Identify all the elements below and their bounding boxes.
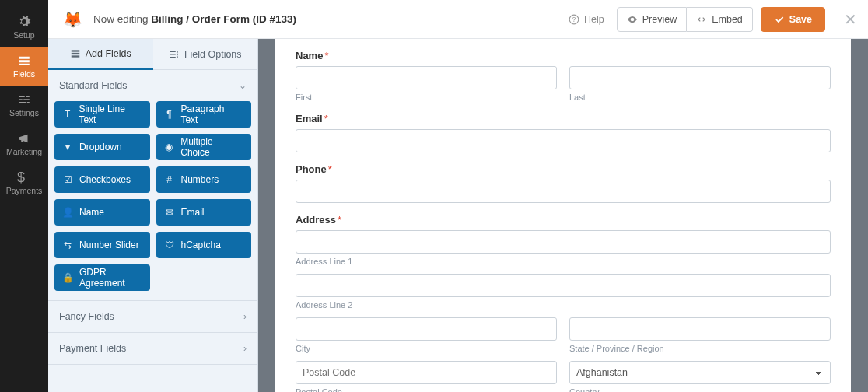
embed-button[interactable]: Embed [687, 7, 753, 32]
name-first-input[interactable] [296, 66, 557, 89]
chevron-right-icon: › [243, 311, 247, 322]
preview-button[interactable]: Preview [617, 7, 687, 32]
address-city-input[interactable] [296, 317, 557, 341]
radio-icon: ◉ [164, 142, 175, 152]
panel-tabs: Add Fields Field Options [48, 39, 257, 70]
form-canvas: Name* First Last [275, 39, 851, 392]
address-country-select[interactable]: Afghanistan [569, 361, 831, 384]
svg-rect-7 [71, 55, 79, 57]
sliders-icon [17, 93, 31, 107]
address-state-sublabel: State / Province / Region [569, 344, 831, 353]
address-postal-sublabel: Postal Code [296, 387, 557, 392]
svg-rect-1 [19, 60, 30, 62]
form-field-address[interactable]: Address* Address Line 1 Address Line 2 [296, 214, 831, 392]
add-fields-icon [70, 48, 81, 59]
address-line1-sublabel: Address Line 1 [296, 257, 831, 266]
field-checkboxes[interactable]: ☑Checkboxes [54, 166, 150, 193]
options-icon [169, 49, 180, 60]
nav-marketing[interactable]: Marketing [0, 124, 48, 163]
field-number-slider[interactable]: ⇆Number Slider [54, 232, 150, 258]
nav-setup[interactable]: Setup [0, 8, 48, 47]
hash-icon: # [164, 174, 175, 185]
person-icon: 👤 [62, 207, 73, 218]
name-last-sublabel: Last [569, 93, 831, 102]
eye-icon [627, 14, 638, 25]
svg-rect-5 [71, 50, 79, 51]
address-label: Address* [296, 214, 831, 226]
left-nav: Setup Fields Settings Marketing $ Paymen… [0, 0, 48, 392]
field-single-line-text[interactable]: TSingle Line Text [54, 101, 150, 128]
topbar: 🦊 Now editing Billing / Order Form (ID #… [48, 0, 868, 39]
shield-icon: 🛡 [164, 240, 175, 250]
close-button[interactable]: ✕ [844, 10, 857, 29]
field-dropdown[interactable]: ▾Dropdown [54, 134, 150, 160]
form-field-phone[interactable]: Phone* [296, 163, 831, 203]
field-multiple-choice[interactable]: ◉Multiple Choice [156, 134, 252, 160]
help-link[interactable]: ? Help [569, 14, 604, 25]
name-label: Name* [296, 50, 831, 61]
name-last-input[interactable] [569, 66, 831, 89]
nav-setup-label: Setup [13, 30, 34, 40]
text-icon: T [62, 109, 72, 120]
address-line2-input[interactable] [296, 274, 831, 297]
app-logo: 🦊 [59, 6, 86, 33]
nav-settings-label: Settings [9, 108, 39, 117]
checkbox-icon: ☑ [62, 174, 73, 185]
nav-fields[interactable]: Fields [0, 47, 48, 86]
address-city-sublabel: City [296, 344, 557, 353]
field-name[interactable]: 👤Name [54, 199, 150, 226]
required-mark: * [328, 163, 332, 175]
field-numbers[interactable]: #Numbers [156, 166, 252, 193]
section-fancy-fields[interactable]: Fancy Fields › [48, 301, 257, 332]
address-postal-input[interactable] [296, 361, 557, 384]
address-state-input[interactable] [569, 317, 831, 341]
email-label: Email* [296, 113, 831, 124]
save-button[interactable]: Save [761, 7, 825, 32]
phone-label: Phone* [296, 163, 831, 175]
address-line1-input[interactable] [296, 230, 831, 254]
help-icon: ? [569, 14, 579, 25]
envelope-icon: ✉ [164, 207, 175, 218]
dropdown-icon: ▾ [62, 142, 73, 152]
form-field-name[interactable]: Name* First Last [296, 50, 831, 102]
close-icon: ✕ [844, 11, 857, 28]
check-icon [774, 14, 785, 25]
section-standard-fields[interactable]: Standard Fields ⌄ [48, 70, 257, 101]
chevron-down-icon: ⌄ [239, 80, 247, 91]
field-paragraph-text[interactable]: ¶Paragraph Text [156, 101, 252, 128]
nav-payments[interactable]: $ Payments [0, 163, 48, 202]
editing-prefix: Now editing [93, 13, 151, 25]
svg-text:?: ? [572, 16, 576, 23]
code-icon [696, 14, 707, 25]
form-title: Billing / Order Form (ID #133) [151, 13, 296, 25]
gear-icon [17, 15, 31, 29]
nav-marketing-label: Marketing [6, 147, 42, 156]
nav-settings[interactable]: Settings [0, 86, 48, 124]
form-field-email[interactable]: Email* [296, 113, 831, 152]
phone-input[interactable] [296, 180, 831, 203]
megaphone-icon [17, 131, 31, 145]
section-payment-fields[interactable]: Payment Fields › [48, 333, 257, 364]
name-first-sublabel: First [296, 93, 557, 102]
required-mark: * [324, 50, 328, 61]
form-canvas-scroll[interactable]: Name* First Last [258, 39, 868, 392]
paragraph-icon: ¶ [164, 109, 175, 120]
svg-rect-2 [19, 64, 30, 65]
svg-rect-6 [71, 53, 79, 54]
tab-add-fields[interactable]: Add Fields [48, 39, 153, 70]
standard-fields-grid: TSingle Line Text ¶Paragraph Text ▾Dropd… [48, 101, 257, 300]
field-email[interactable]: ✉Email [156, 199, 252, 226]
address-line2-sublabel: Address Line 2 [296, 300, 831, 310]
required-mark: * [324, 113, 328, 124]
required-mark: * [338, 214, 341, 226]
field-hcaptcha[interactable]: 🛡hCaptcha [156, 232, 252, 258]
nav-payments-label: Payments [6, 186, 43, 195]
chevron-right-icon: › [243, 343, 247, 354]
tab-field-options[interactable]: Field Options [153, 39, 258, 69]
address-country-sublabel: Country [569, 387, 831, 392]
dollar-icon: $ [17, 170, 31, 184]
slider-icon: ⇆ [62, 240, 73, 250]
page-title: Now editing Billing / Order Form (ID #13… [93, 13, 296, 25]
field-gdpr[interactable]: 🔒GDPR Agreement [54, 264, 150, 291]
email-input[interactable] [296, 129, 831, 152]
